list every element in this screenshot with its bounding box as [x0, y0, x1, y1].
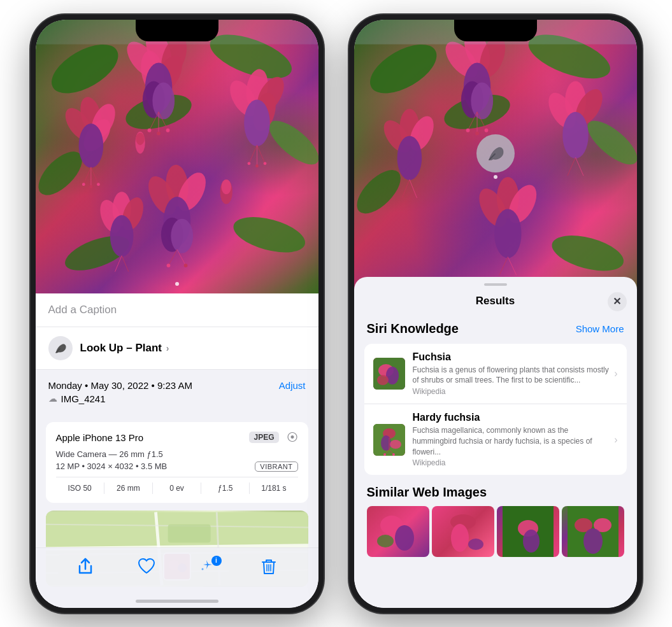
svg-point-129	[468, 539, 483, 550]
svg-point-41	[255, 164, 259, 167]
hardy-description: Fuchsia magellanica, commonly known as t…	[413, 425, 610, 457]
svg-point-77	[581, 113, 637, 172]
siri-knowledge-title: Siri Knowledge	[367, 321, 459, 336]
similar-title: Similar Web Images	[367, 485, 624, 500]
show-more-button[interactable]: Show More	[576, 323, 624, 334]
photo-image[interactable]	[36, 20, 318, 293]
page-indicator	[175, 282, 179, 286]
svg-point-31	[97, 183, 100, 186]
sim1-svg	[367, 506, 429, 557]
favorite-button[interactable]	[132, 554, 161, 582]
svg-point-101	[397, 136, 422, 180]
hardy-source: Wikipedia	[413, 458, 610, 467]
camera-card: Apple iPhone 13 Pro JPEG ⦿ Wide Camera —…	[46, 422, 308, 503]
svg-point-79	[548, 229, 627, 278]
bottom-toolbar: i	[36, 547, 318, 608]
exif-shutter: 1/181 s	[250, 483, 297, 494]
hardy-thumb-svg	[373, 424, 405, 456]
similar-image-4[interactable]	[562, 506, 624, 557]
fuchsia-name: Fuchsia	[413, 351, 610, 363]
svg-point-118	[390, 440, 401, 449]
filename: IMG_4241	[61, 393, 106, 404]
notch	[136, 20, 218, 41]
knowledge-item-hardy-fuchsia[interactable]: Hardy fuchsia Fuchsia magellanica, commo…	[364, 404, 627, 475]
exif-ev: 0 ev	[153, 483, 201, 494]
right-photo-image[interactable]	[354, 20, 637, 319]
phone-inner: Add a Caption Look Up – Plant ›	[36, 20, 318, 608]
vibrant-badge: VIBRANT	[255, 461, 297, 472]
siri-dot	[494, 175, 497, 179]
fuchsia-description: Fuchsia is a genus of flowering plants t…	[413, 365, 610, 386]
date-row: Monday • May 30, 2022 • 9:23 AM Adjust	[48, 380, 306, 391]
lookup-section[interactable]: Look Up – Plant ›	[36, 327, 318, 370]
svg-point-95	[562, 111, 589, 158]
cloud-icon: ☁	[48, 393, 57, 404]
svg-point-56	[110, 215, 133, 257]
svg-point-73	[201, 568, 203, 570]
svg-point-107	[494, 209, 521, 258]
svg-line-102	[402, 179, 410, 197]
caption-area[interactable]: Add a Caption	[36, 293, 318, 327]
mp-text: 12 MP • 3024 × 4032 • 3.5 MB	[56, 461, 168, 471]
leaf-icon	[54, 341, 68, 355]
similar-section: Similar Web Images	[354, 477, 637, 562]
info-button[interactable]: i	[194, 554, 222, 582]
lookup-label[interactable]: Look Up – Plant ›	[80, 342, 169, 355]
location-icon: ⦿	[287, 431, 298, 444]
svg-point-60	[221, 179, 231, 194]
svg-point-40	[247, 162, 250, 165]
camera-right: JPEG ⦿	[249, 431, 297, 444]
camera-name: Apple iPhone 13 Pro	[56, 432, 144, 443]
svg-point-36	[244, 99, 270, 146]
lookup-icon	[48, 336, 73, 360]
svg-point-136	[583, 528, 603, 554]
svg-line-96	[567, 157, 575, 176]
info-badge-text: i	[215, 557, 217, 564]
svg-point-74	[362, 34, 444, 103]
svg-point-52	[183, 264, 187, 267]
svg-point-20	[166, 128, 169, 132]
exif-row: ISO 50 26 mm 0 ev ƒ1.5 1/181 s	[56, 477, 298, 494]
delete-button[interactable]	[255, 554, 283, 582]
right-phone: Results ✕ Siri Knowledge Show More	[349, 15, 642, 613]
svg-line-109	[508, 257, 517, 275]
camera-top-row: Apple iPhone 13 Pro JPEG ⦿	[56, 431, 298, 444]
similar-image-1[interactable]	[367, 506, 429, 557]
camera-lens: Wide Camera — 26 mm ƒ1.5	[56, 449, 298, 459]
hardy-fuchsia-thumbnail	[373, 424, 405, 456]
mp-row: 12 MP • 3024 × 4032 • 3.5 MB VIBRANT	[56, 461, 298, 472]
svg-line-39	[257, 144, 265, 163]
similar-image-2[interactable]	[432, 506, 494, 557]
sim2-svg	[432, 506, 494, 557]
share-button[interactable]	[71, 554, 99, 582]
svg-line-37	[248, 144, 257, 163]
right-phone-screen: Results ✕ Siri Knowledge Show More	[354, 20, 637, 608]
results-panel: Results ✕ Siri Knowledge Show More	[354, 277, 637, 608]
fuchsia-chevron-icon: ›	[614, 368, 617, 379]
caption-placeholder: Add a Caption	[48, 304, 117, 316]
results-close-button[interactable]: ✕	[608, 292, 627, 311]
sim4-svg	[562, 506, 624, 557]
svg-point-51	[166, 264, 170, 267]
knowledge-card: Fuchsia Fuchsia is a genus of flowering …	[364, 344, 627, 476]
svg-point-89	[466, 128, 469, 132]
left-phone-screen: Add a Caption Look Up – Plant ›	[36, 20, 318, 608]
exif-aperture: ƒ1.5	[201, 483, 250, 494]
svg-point-25	[78, 123, 103, 167]
similar-image-3[interactable]	[497, 506, 559, 557]
phones-container: Add a Caption Look Up – Plant ›	[18, 2, 655, 626]
svg-point-0	[43, 34, 125, 103]
lookup-bold: Look Up –	[80, 342, 132, 354]
svg-rect-66	[168, 524, 210, 542]
adjust-button[interactable]: Adjust	[279, 380, 306, 391]
knowledge-item-fuchsia[interactable]: Fuchsia Fuchsia is a genus of flowering …	[364, 344, 627, 405]
svg-line-28	[90, 167, 98, 184]
jpeg-badge: JPEG	[249, 432, 278, 443]
svg-point-122	[383, 453, 386, 456]
siri-visual-circle[interactable]	[476, 134, 515, 173]
exif-iso: ISO 50	[56, 483, 104, 494]
svg-point-123	[392, 453, 395, 456]
fuchsia-content: Fuchsia Fuchsia is a genus of flowering …	[413, 351, 610, 397]
left-phone: Add a Caption Look Up – Plant ›	[31, 15, 324, 613]
svg-point-125	[395, 525, 414, 551]
